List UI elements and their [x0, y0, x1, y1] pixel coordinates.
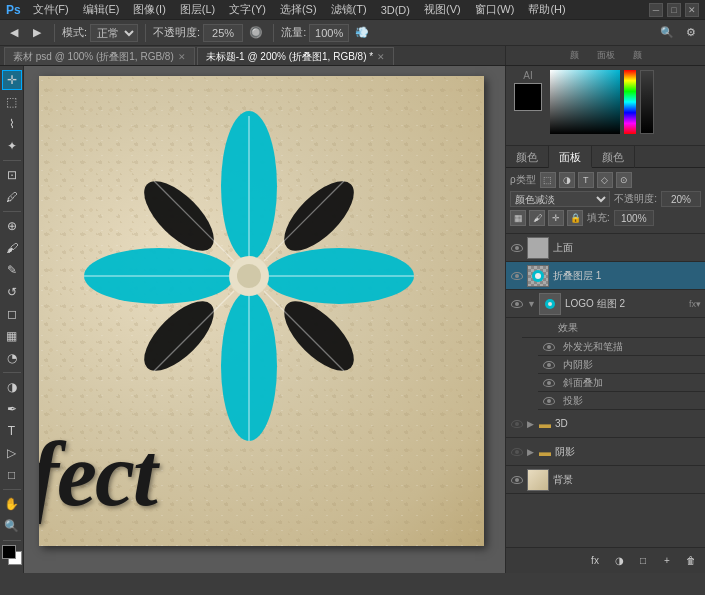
- opacity-ctrl-input[interactable]: [661, 191, 701, 207]
- effect-vis-3[interactable]: [542, 376, 556, 390]
- group-arrow-shadow[interactable]: ▶: [527, 447, 537, 457]
- layer-vis-top[interactable]: [510, 241, 524, 255]
- menu-window[interactable]: 窗口(W): [473, 2, 517, 17]
- tab-color[interactable]: 颜色: [506, 146, 549, 168]
- layer-item-shadow[interactable]: ▶ ▬ 阴影: [506, 438, 705, 466]
- menu-file[interactable]: 文件(F): [31, 2, 71, 17]
- foreground-color-swatch[interactable]: [514, 83, 542, 111]
- settings-button[interactable]: ⚙: [681, 23, 701, 43]
- text-tool[interactable]: T: [2, 421, 22, 441]
- group-arrow-3d[interactable]: ▶: [527, 419, 537, 429]
- layer-item-effects-header[interactable]: 效果: [522, 318, 705, 338]
- panel-adjust-button[interactable]: ◑: [609, 551, 629, 571]
- color-opacity-bar[interactable]: [640, 70, 654, 134]
- brush-tool[interactable]: 🖌: [2, 238, 22, 258]
- minimize-button[interactable]: ─: [649, 3, 663, 17]
- menu-3d[interactable]: 3D(D): [379, 4, 412, 16]
- menu-filter[interactable]: 滤镜(T): [329, 2, 369, 17]
- group-arrow-logo[interactable]: ▼: [527, 299, 537, 309]
- panel-fx-button[interactable]: fx: [585, 551, 605, 571]
- pen-tool[interactable]: ✒: [2, 399, 22, 419]
- menu-edit[interactable]: 编辑(E): [81, 2, 122, 17]
- menu-select[interactable]: 选择(S): [278, 2, 319, 17]
- panel-new-layer-button[interactable]: +: [657, 551, 677, 571]
- flow-input[interactable]: [309, 24, 349, 42]
- layer-fx-logo[interactable]: fx▾: [689, 299, 701, 309]
- doc-tab-1-close[interactable]: ✕: [178, 52, 186, 62]
- menu-text[interactable]: 文字(Y): [227, 2, 268, 17]
- wand-tool[interactable]: ✦: [2, 136, 22, 156]
- doc-tab-2[interactable]: 未标题-1 @ 200% (折叠图1, RGB/8) * ✕: [197, 47, 394, 65]
- move-tool[interactable]: ✛: [2, 70, 22, 90]
- tab-layers[interactable]: 面板: [549, 146, 592, 168]
- blend-mode-select[interactable]: 颜色减淡: [510, 191, 610, 207]
- lock-all-icon[interactable]: 🔒: [567, 210, 583, 226]
- back-button[interactable]: ◀: [4, 23, 24, 43]
- doc-tab-1[interactable]: 素材 psd @ 100% (折叠图1, RGB/8) ✕: [4, 47, 195, 65]
- hand-tool[interactable]: ✋: [2, 494, 22, 514]
- opacity-icon[interactable]: 🔘: [246, 23, 266, 43]
- layer-item-effect-4[interactable]: 投影: [538, 392, 705, 410]
- color-main-picker[interactable]: [550, 70, 620, 134]
- layer-item-logo-group[interactable]: ▼ LOGO 组图 2 fx▾: [506, 290, 705, 318]
- crop-tool[interactable]: ⊡: [2, 165, 22, 185]
- layer-item-3d[interactable]: ▶ ▬ 3D: [506, 410, 705, 438]
- history-tool[interactable]: ↺: [2, 282, 22, 302]
- blur-tool[interactable]: ◔: [2, 348, 22, 368]
- doc-tab-1-label: 素材 psd @ 100% (折叠图1, RGB/8): [13, 50, 174, 64]
- folder-icon-shadow: ▬: [539, 445, 551, 459]
- filter-type-icon[interactable]: T: [578, 172, 594, 188]
- lock-trans-icon[interactable]: ▦: [510, 210, 526, 226]
- mode-select[interactable]: 正常: [90, 24, 138, 42]
- layer-vis-shadow[interactable]: [510, 445, 524, 459]
- shape-tool[interactable]: □: [2, 465, 22, 485]
- eyedropper-tool[interactable]: 🖊: [2, 187, 22, 207]
- close-button[interactable]: ✕: [685, 3, 699, 17]
- layer-item-fold[interactable]: 折叠图层 1: [506, 262, 705, 290]
- menu-help[interactable]: 帮助(H): [526, 2, 567, 17]
- lock-paint-icon[interactable]: 🖌: [529, 210, 545, 226]
- filter-pixel-icon[interactable]: ⬚: [540, 172, 556, 188]
- layer-item-effect-1[interactable]: 外发光和笔描: [538, 338, 705, 356]
- doc-tab-2-close[interactable]: ✕: [377, 52, 385, 62]
- menu-image[interactable]: 图像(I): [131, 2, 167, 17]
- filter-adjust-icon[interactable]: ◑: [559, 172, 575, 188]
- filter-shape-icon[interactable]: ◇: [597, 172, 613, 188]
- layer-item-effect-2[interactable]: 内阴影: [538, 356, 705, 374]
- opacity-input[interactable]: [203, 24, 243, 42]
- layer-item-effect-3[interactable]: 斜面叠加: [538, 374, 705, 392]
- layer-vis-logo[interactable]: [510, 297, 524, 311]
- effect-vis-4[interactable]: [542, 394, 556, 408]
- effect-vis-1[interactable]: [542, 340, 556, 354]
- dodge-tool[interactable]: ◑: [2, 377, 22, 397]
- zoom-tool[interactable]: 🔍: [2, 516, 22, 536]
- effect-vis-2[interactable]: [542, 358, 556, 372]
- search-button[interactable]: 🔍: [657, 23, 677, 43]
- layer-vis-bg[interactable]: [510, 473, 524, 487]
- tab-history[interactable]: 颜色: [592, 146, 635, 168]
- select-tool[interactable]: ⬚: [2, 92, 22, 112]
- maximize-button[interactable]: □: [667, 3, 681, 17]
- gradient-tool[interactable]: ▦: [2, 326, 22, 346]
- lock-move-icon[interactable]: ✛: [548, 210, 564, 226]
- path-select-tool[interactable]: ▷: [2, 443, 22, 463]
- panel-delete-button[interactable]: 🗑: [681, 551, 701, 571]
- filter-smart-icon[interactable]: ⊙: [616, 172, 632, 188]
- clone-tool[interactable]: ✎: [2, 260, 22, 280]
- layer-item-top[interactable]: 上面: [506, 234, 705, 262]
- layer-item-bg[interactable]: 背景: [506, 466, 705, 494]
- fill-ctrl-input[interactable]: [614, 210, 654, 226]
- heal-tool[interactable]: ⊕: [2, 216, 22, 236]
- layer-vis-3d[interactable]: [510, 417, 524, 431]
- menu-layer[interactable]: 图层(L): [178, 2, 217, 17]
- color-selector[interactable]: [2, 545, 22, 565]
- lasso-tool[interactable]: ⌇: [2, 114, 22, 134]
- forward-button[interactable]: ▶: [27, 23, 47, 43]
- panel-group-button[interactable]: □: [633, 551, 653, 571]
- airbrush-button[interactable]: 💨: [352, 23, 372, 43]
- menu-view[interactable]: 视图(V): [422, 2, 463, 17]
- eraser-tool[interactable]: ◻: [2, 304, 22, 324]
- color-hue-slider[interactable]: [624, 70, 636, 134]
- foreground-color[interactable]: [2, 545, 16, 559]
- layer-vis-fold[interactable]: [510, 269, 524, 283]
